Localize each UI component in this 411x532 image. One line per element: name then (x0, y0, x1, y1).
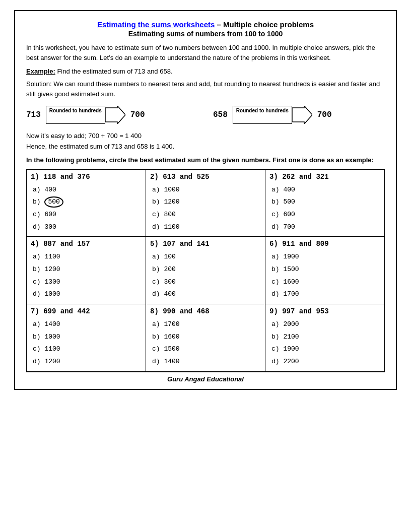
option-6-2: c) 1600 (271, 276, 380, 289)
problem-header-9: 9) 997 and 953 (269, 307, 380, 315)
example-line: Example: Find the estimated sum of 713 a… (26, 68, 385, 75)
title-link[interactable]: Estimating the sums worksheets (97, 20, 215, 29)
instruction-text: In the following problems, circle the be… (26, 155, 385, 165)
subtitle: Estimating sums of numbers from 100 to 1… (26, 30, 385, 38)
option-3-3: d) 700 (271, 221, 380, 234)
option-5-1: b) 200 (152, 263, 261, 276)
title-rest: – Multiple choice problems (215, 20, 314, 29)
option-1-1: b) 500 (33, 196, 142, 209)
arrow1-label: Rounded to hundreds (46, 106, 105, 124)
problem-cell-6: 6) 911 and 809a) 1900b) 1500c) 1600d) 17… (265, 237, 385, 304)
option-4-2: c) 1300 (33, 276, 142, 289)
problem-header-8: 8) 990 and 468 (150, 307, 261, 315)
option-3-1: b) 500 (271, 196, 380, 209)
option-5-2: c) 300 (152, 276, 261, 289)
problem-cell-9: 9) 997 and 953a) 2000b) 2100c) 1900d) 22… (265, 304, 385, 372)
problem-cell-3: 3) 262 and 321a) 400b) 500c) 600d) 700 (265, 169, 385, 237)
arrow2-number: 658 (213, 110, 228, 119)
arrow2-label: Rounded to hundreds (233, 106, 292, 124)
example-label: Example: (26, 68, 55, 75)
arrow2-shape: Rounded to hundreds (233, 106, 312, 124)
arrow2-result: 700 (317, 110, 332, 119)
option-7-3: d) 1200 (33, 356, 142, 368)
arrow-group-2: 658 Rounded to hundreds 700 (213, 106, 332, 124)
option-6-1: b) 1500 (271, 263, 380, 276)
worksheet-page: Estimating the sums worksheets – Multipl… (14, 10, 397, 390)
problem-header-3: 3) 262 and 321 (269, 173, 380, 181)
add-line: Now it’s easy to add; 700 + 700 = 1 400 (26, 132, 385, 140)
option-4-3: d) 1000 (33, 288, 142, 301)
option-9-2: c) 1900 (271, 343, 380, 356)
option-3-0: a) 400 (271, 184, 380, 196)
problem-cell-8: 8) 990 and 468a) 1700b) 1600c) 1500d) 14… (146, 304, 265, 372)
arrow1-svg (105, 106, 125, 124)
problem-header-4: 4) 887 and 157 (31, 240, 142, 248)
svg-marker-0 (105, 106, 125, 124)
solution-text: Solution: We can round these numbers to … (26, 79, 385, 99)
problem-header-1: 1) 118 and 376 (31, 173, 142, 181)
option-2-2: c) 800 (152, 209, 261, 221)
option-1-2: c) 600 (33, 209, 142, 221)
footer: Guru Angad Educational (26, 372, 385, 384)
option-8-1: b) 1600 (152, 331, 261, 344)
option-6-0: a) 1900 (271, 251, 380, 263)
problem-cell-5: 5) 107 and 141a) 100b) 200c) 300d) 400 (146, 237, 265, 304)
option-5-0: a) 100 (152, 251, 261, 263)
svg-marker-1 (292, 106, 312, 124)
option-7-1: b) 1000 (33, 331, 142, 344)
arrow1-result: 700 (130, 110, 145, 119)
option-9-1: b) 2100 (271, 331, 380, 344)
intro-text: In this worksheet, you have to estimate … (26, 43, 385, 62)
hence-line: Hence, the estimated sum of 713 and 658 … (26, 143, 385, 150)
problem-cell-2: 2) 613 and 525a) 1000b) 1200c) 800d) 110… (146, 169, 265, 237)
option-9-0: a) 2000 (271, 318, 380, 331)
option-8-2: c) 1500 (152, 343, 261, 356)
option-3-2: c) 600 (271, 209, 380, 221)
problem-header-7: 7) 699 and 442 (31, 307, 142, 315)
option-1-3: d) 300 (33, 221, 142, 234)
arrow2-svg (292, 106, 312, 124)
arrow-diagram-row: 713 Rounded to hundreds 700 658 Rounded … (26, 106, 385, 124)
option-8-0: a) 1700 (152, 318, 261, 331)
arrow1-number: 713 (26, 110, 41, 119)
option-2-3: d) 1100 (152, 221, 261, 234)
option-2-0: a) 1000 (152, 184, 261, 196)
option-7-2: c) 1100 (33, 343, 142, 356)
arrow-group-1: 713 Rounded to hundreds 700 (26, 106, 145, 124)
problem-header-5: 5) 107 and 141 (150, 240, 261, 248)
option-2-1: b) 1200 (152, 196, 261, 209)
option-6-3: d) 1700 (271, 288, 380, 301)
problems-table: 1) 118 and 376a) 400b) 500c) 600d) 3002)… (26, 169, 385, 372)
problem-cell-1: 1) 118 and 376a) 400b) 500c) 600d) 300 (27, 169, 146, 237)
option-4-1: b) 1200 (33, 263, 142, 276)
arrow1-shape: Rounded to hundreds (46, 106, 125, 124)
problem-header-2: 2) 613 and 525 (150, 173, 261, 181)
option-4-0: a) 1100 (33, 251, 142, 263)
problem-cell-7: 7) 699 and 442a) 1400b) 1000c) 1100d) 12… (27, 304, 146, 372)
problem-header-6: 6) 911 and 809 (269, 240, 380, 248)
example-question: Find the estimated sum of 713 and 658. (55, 68, 173, 75)
problem-cell-4: 4) 887 and 157a) 1100b) 1200c) 1300d) 10… (27, 237, 146, 304)
option-1-0: a) 400 (33, 184, 142, 196)
option-7-0: a) 1400 (33, 318, 142, 331)
option-9-3: d) 2200 (271, 356, 380, 368)
option-8-3: d) 1400 (152, 356, 261, 368)
option-5-3: d) 400 (152, 288, 261, 301)
title-line1: Estimating the sums worksheets – Multipl… (26, 20, 385, 29)
